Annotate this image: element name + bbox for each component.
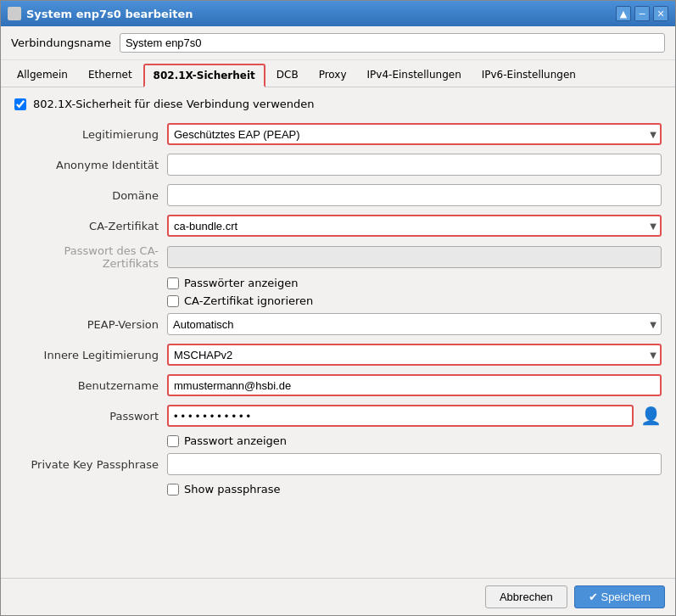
show-passphrase-checkbox[interactable] [167,484,179,496]
peap-version-select-wrapper: Automatisch Version 0 Version 1 ▼ [167,313,662,335]
show-password-label[interactable]: Passwort anzeigen [184,434,287,447]
titlebar-left: System enp7s0 bearbeiten [8,7,193,20]
peap-version-select[interactable]: Automatisch Version 0 Version 1 [167,313,662,335]
show-passwords-checkbox[interactable] [167,277,179,289]
show-passwords-row: Passwörter anzeigen [167,277,662,289]
save-button[interactable]: ✔ Speichern [574,585,665,608]
tab-ipv4[interactable]: IPv4-Einstellungen [358,64,471,87]
show-passwords-label[interactable]: Passwörter anzeigen [184,277,298,289]
peap-version-row: PEAP-Version Automatisch Version 0 Versi… [14,312,662,336]
ignore-ca-label[interactable]: CA-Zertifikat ignorieren [184,294,313,307]
ca-password-label: Passwort des CA-Zertifikats [14,244,167,270]
domain-label: Domäne [14,189,167,202]
peap-version-label: PEAP-Version [14,318,167,331]
domain-row: Domäne [14,183,662,207]
inner-auth-select-wrapper: MSCHAPv2 MD5 GTC OTP TLS ▼ [167,344,662,366]
tab-ethernet[interactable]: Ethernet [79,64,142,87]
enable-security-checkbox[interactable] [14,98,26,110]
main-window: System enp7s0 bearbeiten ▲ ─ ✕ Verbindun… [0,0,676,616]
legitimierung-select-wrapper: Geschütztes EAP (PEAP) TLS TTLS FAST ▼ [167,123,662,145]
tab-dcb[interactable]: DCB [267,64,308,87]
enable-security-row: 802.1X-Sicherheit für diese Verbindung v… [14,98,662,110]
password-user-icon[interactable]: 👤 [640,406,662,426]
maximize-button[interactable]: ─ [634,6,650,21]
ignore-ca-checkbox[interactable] [167,295,179,307]
private-key-input[interactable] [167,453,662,475]
anonymous-identity-label: Anonyme Identität [14,159,167,171]
private-key-row: Private Key Passphrase [14,452,662,476]
password-input[interactable] [167,405,634,427]
network-icon [8,7,21,20]
window-title: System enp7s0 bearbeiten [26,8,193,20]
legitimierung-select[interactable]: Geschütztes EAP (PEAP) TLS TTLS FAST [167,123,662,145]
inner-auth-row: Innere Legitimierung MSCHAPv2 MD5 GTC OT… [14,343,662,367]
username-label: Benutzername [14,379,167,392]
show-passphrase-row: Show passphrase [167,483,662,496]
tab-proxy[interactable]: Proxy [310,64,356,87]
ca-cert-select[interactable]: ca-bundle.crt Keine Andere... [167,215,662,237]
close-button[interactable]: ✕ [653,6,668,21]
titlebar: System enp7s0 bearbeiten ▲ ─ ✕ [1,1,675,26]
cancel-button[interactable]: Abbrechen [485,585,567,608]
ca-password-input[interactable] [167,246,662,268]
username-row: Benutzername [14,373,662,397]
inner-auth-label: Innere Legitimierung [14,349,167,361]
password-input-wrapper [167,405,634,427]
ca-cert-label: CA-Zertifikat [14,220,167,232]
username-input[interactable] [167,374,662,396]
ignore-ca-row: CA-Zertifikat ignorieren [167,294,662,307]
password-row: Passwort 👤 [14,404,662,428]
show-password-row: Passwort anzeigen [167,434,662,447]
inner-auth-select[interactable]: MSCHAPv2 MD5 GTC OTP TLS [167,344,662,366]
titlebar-buttons: ▲ ─ ✕ [616,6,668,21]
connection-name-label: Verbindungsname [11,36,111,49]
legitimierung-row: Legitimierung Geschütztes EAP (PEAP) TLS… [14,122,662,146]
anonymous-identity-input[interactable] [167,154,662,176]
show-password-checkbox[interactable] [167,435,179,447]
ca-cert-row: CA-Zertifikat ca-bundle.crt Keine Andere… [14,214,662,238]
connection-name-input[interactable] [120,33,665,53]
anonymous-identity-row: Anonyme Identität [14,153,662,176]
ca-password-row: Passwort des CA-Zertifikats [14,244,662,270]
tabs-bar: Allgemein Ethernet 802.1X-Sicherheit DCB… [1,60,675,87]
footer: Abbrechen ✔ Speichern [1,578,675,615]
tab-security[interactable]: 802.1X-Sicherheit [143,64,265,87]
connection-name-row: Verbindungsname [1,26,675,60]
show-passphrase-label[interactable]: Show passphrase [184,483,281,496]
tab-allgemein[interactable]: Allgemein [8,64,77,87]
private-key-label: Private Key Passphrase [14,458,167,471]
tab-ipv6[interactable]: IPv6-Einstellungen [472,64,585,87]
domain-input[interactable] [167,184,662,206]
password-label: Passwort [14,410,167,423]
tab-content: 802.1X-Sicherheit für diese Verbindung v… [1,87,675,578]
ca-cert-select-wrapper: ca-bundle.crt Keine Andere... ▼ [167,215,662,237]
enable-security-label[interactable]: 802.1X-Sicherheit für diese Verbindung v… [33,98,315,110]
legitimierung-label: Legitimierung [14,128,167,141]
minimize-button[interactable]: ▲ [616,6,631,21]
